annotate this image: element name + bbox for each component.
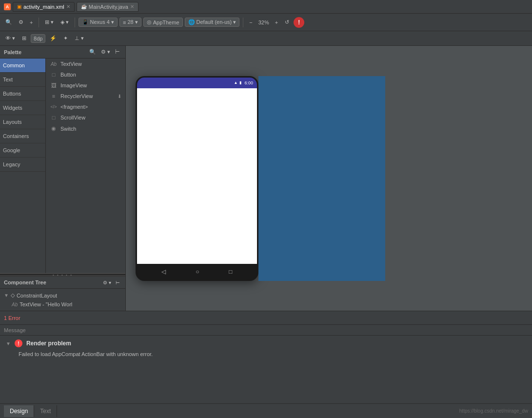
phone-status-bar: ▲ ▮ 6:00: [137, 78, 257, 88]
tree-expand-arrow: ▼: [4, 293, 9, 298]
margin-label: 8dp: [34, 36, 42, 41]
palette-item-imageview[interactable]: 🖼 ImageView: [46, 80, 125, 91]
nav-home-button[interactable]: ○: [196, 268, 199, 275]
magic-icon: ✦: [63, 35, 68, 41]
locale-icon: 🌐: [188, 19, 195, 25]
zoom-out-button[interactable]: −: [247, 18, 255, 27]
tab-java-close[interactable]: ✕: [130, 4, 134, 9]
main-content: Palette 🔍 ⚙ ▾ ⊢ Common Text: [0, 46, 532, 311]
error-title-row: ▼ ! Render problem: [6, 339, 526, 347]
shapes-button[interactable]: ◈ ▾: [58, 18, 71, 27]
tab-java[interactable]: ☕ MainActivity.java ✕: [77, 2, 138, 12]
category-text[interactable]: Text: [0, 73, 45, 87]
blueprint-button[interactable]: ⊞: [20, 34, 29, 43]
api-dropdown[interactable]: ≡ 28 ▾: [119, 18, 141, 27]
phone-content: [137, 88, 257, 264]
zoom-out-icon: −: [249, 20, 252, 25]
palette-categories: Common Text Buttons Widgets Layouts Cont…: [0, 59, 46, 273]
tab-design[interactable]: Design: [4, 405, 34, 417]
java-icon: ☕: [81, 4, 87, 9]
palette-item-button[interactable]: □ Button: [46, 69, 125, 80]
error-warning-icon: !: [15, 339, 22, 347]
tree-item-constraint[interactable]: ▼ ◇ ConstraintLayout: [0, 291, 125, 300]
message-header: Message: [0, 325, 532, 336]
palette-item-scrollview[interactable]: □ ScrollView: [46, 112, 125, 123]
category-common[interactable]: Common: [0, 59, 45, 73]
download-icon[interactable]: ⬇: [118, 94, 121, 99]
palette-search-icon: 🔍: [89, 49, 96, 55]
device-label: Nexus 4 ▾: [90, 19, 114, 25]
button-icon: □: [50, 72, 58, 78]
tree-item-textview[interactable]: Ab TextView - "Hello Worl: [0, 300, 125, 309]
search-button[interactable]: 🔍: [3, 18, 15, 27]
layers-button[interactable]: ⊞ ▾: [42, 18, 56, 27]
error-description: Failed to load AppCompat ActionBar with …: [6, 351, 526, 357]
settings-button[interactable]: ⚙: [16, 18, 26, 27]
layers-icon: ⊞ ▾: [45, 19, 54, 25]
lightning-icon: ⚡: [50, 35, 57, 41]
error-expand-icon[interactable]: ▼: [6, 341, 11, 346]
margin-dropdown[interactable]: 8dp: [31, 34, 45, 43]
toolbar-divider-2: [75, 18, 75, 27]
palette-pin-button[interactable]: ⊢: [114, 48, 121, 56]
error-bar: 1 Error: [0, 311, 532, 325]
alert-button[interactable]: !: [294, 17, 304, 28]
add-button[interactable]: +: [27, 18, 35, 27]
gear-icon: ⚙: [19, 19, 23, 25]
eye-icon: 👁 ▾: [5, 35, 15, 41]
palette-item-recyclerview[interactable]: ≡ RecyclerView ⬇: [46, 91, 125, 101]
nav-recent-button[interactable]: □: [229, 268, 232, 275]
tab-xml-label: activity_main.xml: [23, 4, 64, 10]
recyclerview-icon: ≡: [50, 93, 58, 99]
tree-expand-button[interactable]: ⊢: [114, 279, 121, 286]
tree-expand-icon: ⊢: [116, 280, 120, 285]
blueprint-icon: ⊞: [22, 35, 26, 41]
toolbar-layers-section: ⊞ ▾ ◈ ▾: [42, 18, 71, 27]
error-content: ▼ ! Render problem Failed to load AppCom…: [0, 336, 532, 403]
tab-xml[interactable]: ▣ activity_main.xml ✕: [13, 2, 75, 12]
refresh-button[interactable]: ↺: [282, 18, 292, 27]
left-panel: Palette 🔍 ⚙ ▾ ⊢ Common Text: [0, 46, 126, 311]
tree-settings-button[interactable]: ⚙ ▾: [101, 279, 113, 286]
category-layouts[interactable]: Layouts: [0, 115, 45, 129]
zoom-in-button[interactable]: +: [273, 18, 280, 27]
wifi-icon: ▲: [234, 80, 238, 85]
category-legacy[interactable]: Legacy: [0, 158, 45, 172]
canvas-area: ▲ ▮ 6:00 ◁ ○ □: [126, 46, 532, 311]
device-dropdown[interactable]: 📱 Nexus 4 ▾: [79, 18, 118, 27]
palette-item-textview[interactable]: Ab TextView: [46, 59, 125, 69]
category-containers[interactable]: Containers: [0, 129, 45, 143]
bottom-tab-bar: Design Text https://blog.csdn.net/mirage…: [0, 403, 532, 418]
palette-items: Ab TextView □ Button 🖼 ImageView ≡ Recyc…: [46, 59, 125, 215]
category-buttons[interactable]: Buttons: [0, 87, 45, 101]
nav-back-button[interactable]: ◁: [161, 268, 166, 275]
palette-content: Common Text Buttons Widgets Layouts Cont…: [0, 59, 125, 273]
lightning-button[interactable]: ⚡: [47, 34, 59, 43]
palette-title: Palette: [4, 49, 21, 55]
category-widgets[interactable]: Widgets: [0, 101, 45, 115]
phone-icon: 📱: [82, 19, 89, 25]
magic-button[interactable]: ✦: [61, 34, 70, 43]
phone-mockup: ▲ ▮ 6:00 ◁ ○ □: [136, 76, 258, 281]
align-button[interactable]: ⊥ ▾: [72, 34, 86, 43]
eye-dropdown-button[interactable]: 👁 ▾: [3, 34, 18, 43]
tab-xml-close[interactable]: ✕: [66, 4, 70, 9]
palette-search-button[interactable]: 🔍: [88, 48, 98, 56]
main-toolbar: 🔍 ⚙ + ⊞ ▾ ◈ ▾ 📱 Nexus 4 ▾ ≡ 28 ▾ ◎ AppTh…: [0, 14, 532, 31]
tab-text[interactable]: Text: [34, 405, 57, 417]
palette-item-switch[interactable]: ◉ Switch: [46, 123, 125, 134]
palette-settings-button[interactable]: ⚙ ▾: [99, 48, 112, 56]
component-tree-header: Component Tree ⚙ ▾ ⊢: [0, 276, 125, 289]
palette-item-fragment[interactable]: </> <fragment>: [46, 101, 125, 112]
blueprint-panel: [258, 76, 385, 281]
theme-dropdown[interactable]: ◎ AppTheme: [143, 18, 183, 27]
palette-gear-icon: ⚙ ▾: [101, 49, 110, 55]
api-label: 28 ▾: [127, 19, 138, 25]
component-tree-title: Component Tree: [4, 279, 46, 285]
tree-textview-icon: Ab: [12, 302, 18, 307]
add-icon: +: [30, 20, 33, 25]
align-icon: ⊥ ▾: [75, 35, 84, 41]
category-google[interactable]: Google: [0, 143, 45, 158]
constraint-icon: ◇: [11, 292, 15, 299]
locale-dropdown[interactable]: 🌐 Default (en-us) ▾: [185, 18, 240, 27]
